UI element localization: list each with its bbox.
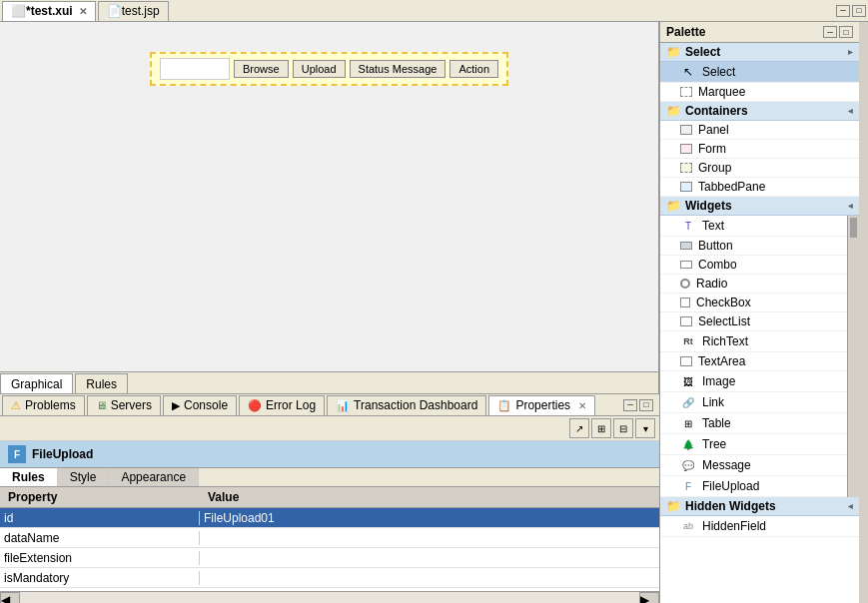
- section-label-widgets: Widgets: [685, 199, 732, 213]
- browse-button[interactable]: Browse: [234, 60, 289, 78]
- palette-section-select-header[interactable]: 📁Select ▸: [660, 43, 859, 62]
- tab-properties[interactable]: 📋 Properties ✕: [488, 395, 595, 415]
- tab-transaction-dashboard[interactable]: 📊 Transaction Dashboard: [327, 395, 486, 415]
- prop-name-dataname: dataName: [0, 531, 200, 545]
- folder-icon-select: 📁: [666, 45, 681, 59]
- tab-style-props[interactable]: Style: [58, 468, 110, 486]
- scroll-track-h[interactable]: [20, 592, 639, 603]
- palette-title: Palette: [666, 25, 705, 39]
- prop-scrollbar-h[interactable]: ◀ ▶: [0, 591, 659, 603]
- editor-minimize-btn[interactable]: ─: [836, 5, 850, 17]
- servers-icon: 🖥: [96, 399, 107, 411]
- close-tab-xui[interactable]: ✕: [79, 6, 87, 17]
- palette-item-checkbox[interactable]: CheckBox: [660, 294, 847, 312]
- tab-problems[interactable]: ⚠ Problems: [2, 395, 85, 415]
- palette-minimize-btn[interactable]: ─: [823, 26, 837, 38]
- palette-item-table[interactable]: ⊞ Table: [660, 413, 847, 434]
- prop-row-dataname[interactable]: dataName: [0, 528, 659, 548]
- palette-item-marquee[interactable]: Marquee: [660, 83, 859, 102]
- prop-row-ismandatory[interactable]: isMandatory: [0, 568, 659, 588]
- tab-rules-props[interactable]: Rules: [0, 468, 58, 486]
- main-layout: Browse Upload Status Message Action Grap…: [0, 22, 868, 603]
- palette-item-fileupload[interactable]: F FileUpload: [660, 476, 847, 497]
- dashboard-icon: 📊: [336, 399, 350, 412]
- tab-appearance-props[interactable]: Appearance: [109, 468, 199, 486]
- palette-section-containers-header[interactable]: 📁Containers ◂: [660, 102, 859, 121]
- tab-servers[interactable]: 🖥 Servers: [87, 395, 161, 415]
- palette-section-select: 📁Select ▸ ↖ Select Marquee: [660, 43, 859, 102]
- palette-window-controls: ─ □: [823, 26, 853, 38]
- prop-row-fileextension[interactable]: fileExtension: [0, 548, 659, 568]
- palette-item-group[interactable]: Group: [660, 159, 859, 178]
- prop-tool-btn-4[interactable]: ▾: [635, 418, 655, 438]
- tab-graphical[interactable]: Graphical: [0, 373, 73, 393]
- palette-item-link[interactable]: 🔗 Link: [660, 392, 847, 413]
- rules-tab-label: Rules: [86, 377, 117, 391]
- palette-maximize-btn[interactable]: □: [839, 26, 853, 38]
- palette-section-widgets: 📁Widgets ◂ T Text Button: [660, 197, 859, 497]
- palette-panel: Palette ─ □ 📁Select ▸ ↖ Select Marquee: [659, 22, 859, 603]
- bottom-minimize-btn[interactable]: ─: [623, 399, 637, 411]
- palette-item-select[interactable]: ↖ Select: [660, 62, 859, 83]
- palette-item-text[interactable]: T Text: [660, 216, 847, 237]
- section-arrow-select: ▸: [848, 47, 853, 57]
- widgets-list: T Text Button Combo R: [660, 216, 847, 497]
- close-tab-properties[interactable]: ✕: [578, 400, 586, 411]
- panel-icon: [680, 125, 692, 135]
- scrollbar-thumb[interactable]: [850, 218, 857, 238]
- file-input-area[interactable]: [160, 58, 230, 80]
- palette-item-hiddenfield[interactable]: ab HiddenField: [660, 516, 859, 537]
- palette-label-panel: Panel: [698, 123, 729, 137]
- prop-row-id[interactable]: id FileUpload01: [0, 508, 659, 528]
- tab-transaction-dashboard-label: Transaction Dashboard: [354, 398, 477, 412]
- palette-item-button[interactable]: Button: [660, 237, 847, 256]
- palette-item-radio[interactable]: Radio: [660, 275, 847, 294]
- prop-tool-btn-2[interactable]: ⊞: [591, 418, 611, 438]
- prop-tool-btn-1[interactable]: ↗: [569, 418, 589, 438]
- link-icon: 🔗: [680, 394, 696, 410]
- prop-tool-btn-3[interactable]: ⊟: [613, 418, 633, 438]
- scroll-right-btn[interactable]: ▶: [639, 592, 659, 603]
- appearance-tab: Appearance: [121, 470, 186, 484]
- tab-rules[interactable]: Rules: [75, 373, 128, 393]
- prop-val-id[interactable]: FileUpload01: [200, 511, 659, 525]
- palette-item-tree[interactable]: 🌲 Tree: [660, 434, 847, 455]
- palette-item-panel[interactable]: Panel: [660, 121, 859, 140]
- left-panel: Browse Upload Status Message Action Grap…: [0, 22, 659, 603]
- palette-item-textarea[interactable]: TextArea: [660, 352, 847, 371]
- palette-label-marquee: Marquee: [698, 85, 745, 99]
- radio-icon: [680, 279, 690, 289]
- tab-console[interactable]: ▶ Console: [163, 395, 237, 415]
- palette-label-tree: Tree: [702, 437, 726, 451]
- scroll-left-btn[interactable]: ◀: [0, 592, 20, 603]
- bottom-tabs-bar: ⚠ Problems 🖥 Servers ▶ Console 🔴 Error L…: [0, 394, 659, 416]
- upload-button[interactable]: Upload: [293, 60, 346, 78]
- palette-item-tabbedpane[interactable]: TabbedPane: [660, 178, 859, 197]
- bottom-tabs-list: ⚠ Problems 🖥 Servers ▶ Console 🔴 Error L…: [2, 395, 597, 415]
- editor-window-controls: ─ □: [836, 5, 866, 17]
- palette-header: Palette ─ □: [660, 22, 859, 43]
- prop-header-property: Property: [4, 489, 204, 505]
- palette-item-combo[interactable]: Combo: [660, 256, 847, 275]
- palette-label-message: Message: [702, 458, 751, 472]
- palette-scrollbar-v[interactable]: [847, 216, 859, 497]
- tab-error-log[interactable]: 🔴 Error Log: [239, 395, 325, 415]
- tab-test-xui[interactable]: ⬜ *test.xui ✕: [2, 1, 96, 21]
- palette-section-widgets-header[interactable]: 📁Widgets ◂: [660, 197, 859, 216]
- prop-column-headers: Property Value: [0, 487, 659, 508]
- editor-maximize-btn[interactable]: □: [852, 5, 866, 17]
- action-button[interactable]: Action: [449, 60, 498, 78]
- palette-item-richtext[interactable]: Rt RichText: [660, 331, 847, 352]
- tab-test-jsp[interactable]: 📄 test.jsp: [98, 1, 169, 21]
- palette-item-selectlist[interactable]: SelectList: [660, 312, 847, 331]
- status-message-button[interactable]: Status Message: [350, 60, 446, 78]
- palette-label-button: Button: [698, 239, 733, 253]
- palette-item-message[interactable]: 💬 Message: [660, 455, 847, 476]
- palette-section-hidden-header[interactable]: 📁Hidden Widgets ◂: [660, 497, 859, 516]
- canvas[interactable]: Browse Upload Status Message Action: [0, 22, 658, 371]
- bottom-maximize-btn[interactable]: □: [639, 399, 653, 411]
- prop-name-fileextension: fileExtension: [0, 551, 200, 565]
- palette-item-form[interactable]: Form: [660, 140, 859, 159]
- select-cursor-icon: ↖: [680, 64, 696, 80]
- palette-item-image[interactable]: 🖼 Image: [660, 371, 847, 392]
